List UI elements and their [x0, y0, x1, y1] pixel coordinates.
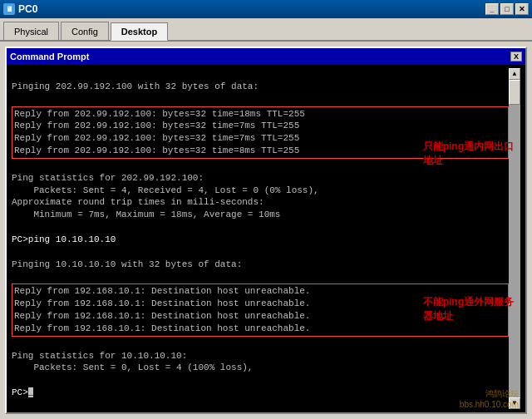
watermark: 鸿鹄论坛 bbs.hh0.10.com	[460, 388, 519, 409]
scrollbar-track	[509, 80, 520, 397]
blank-6	[12, 338, 509, 350]
scrollbar: ▲ ▼	[509, 68, 520, 409]
scrollbar-thumb[interactable]	[509, 80, 520, 105]
stat-packets-1: Packets: Sent = 4, Received = 4, Lost = …	[12, 185, 509, 197]
pinging-2: Pinging 10.10.10.10 with 32 bytes of dat…	[12, 259, 509, 271]
stat-packets-2: Packets: Sent = 0, Lost = 4 (100% loss),	[12, 362, 509, 374]
close-button[interactable]: ✕	[515, 3, 529, 15]
watermark-line2: bbs.hh0.10.com	[460, 400, 519, 409]
cmd-titlebar: Command Prompt X	[7, 48, 525, 65]
scroll-up-button[interactable]: ▲	[509, 68, 520, 80]
annotation-1: 只能ping通内网出口 地址	[423, 140, 514, 168]
reply-2: Reply from 202.99.192.100: bytes=32 time…	[14, 120, 506, 132]
watermark-line1: 鸿鹄论坛	[460, 388, 519, 400]
tab-bar: Physical Config Desktop	[0, 18, 532, 42]
cmd-window: Command Prompt X Pinging 202.99.192.100 …	[5, 47, 527, 414]
term-line-0	[12, 68, 509, 81]
annotation-2: 不能ping通外网服务 器地址	[423, 295, 514, 323]
tab-config[interactable]: Config	[61, 22, 109, 40]
blank-7	[12, 374, 509, 387]
cmd-content: Pinging 202.99.192.100 with 32 bytes of …	[7, 65, 525, 412]
main-area: Command Prompt X Pinging 202.99.192.100 …	[0, 42, 532, 419]
tab-physical[interactable]: Physical	[3, 22, 59, 40]
blank-4	[12, 246, 509, 259]
stat-times: Minimum = 7ms, Maximum = 18ms, Average =…	[12, 209, 509, 221]
window-title: PC0	[18, 3, 37, 15]
term-line-1: Pinging 202.99.192.100 with 32 bytes of …	[12, 81, 509, 93]
reply-1: Reply from 202.99.192.100: bytes=32 time…	[14, 108, 506, 121]
titlebar-buttons: _ □ ✕	[485, 3, 529, 15]
titlebar-left: 🖥 PC0	[3, 3, 37, 15]
window-icon: 🖥	[3, 3, 15, 15]
window-titlebar: 🖥 PC0 _ □ ✕	[0, 0, 532, 18]
cmd-close-button[interactable]: X	[510, 52, 522, 62]
blank-5	[12, 271, 509, 283]
cmd-text-area: Pinging 202.99.192.100 with 32 bytes of …	[12, 68, 509, 409]
maximize-button[interactable]: □	[500, 3, 514, 15]
blank-3	[12, 221, 509, 234]
cmd-title: Command Prompt	[10, 52, 89, 62]
stat-header-1: Ping statistics for 202.99.192.100:	[12, 172, 509, 185]
cmd-prompt: PC>_	[12, 387, 509, 399]
unreachable-4: Reply from 192.168.10.1: Destination hos…	[14, 323, 506, 335]
minimize-button[interactable]: _	[485, 3, 499, 15]
stat-header-2: Ping statistics for 10.10.10.10:	[12, 350, 509, 362]
term-line-blank1	[12, 93, 509, 106]
stat-approx: Approximate round trip times in milli-se…	[12, 196, 509, 209]
cmd-ping2: PC>ping 10.10.10.10	[12, 234, 509, 246]
tab-desktop[interactable]: Desktop	[111, 22, 168, 41]
